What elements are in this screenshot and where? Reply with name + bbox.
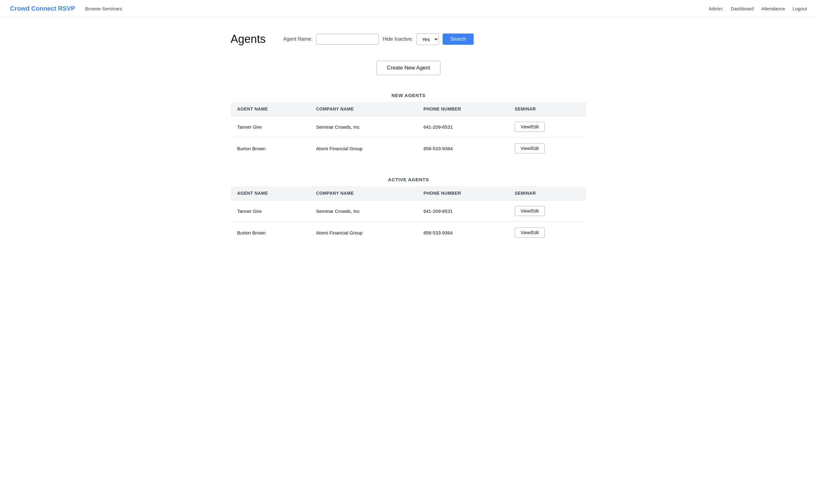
brand-name-plain: Crowd Connect (10, 5, 58, 12)
nav-right: Admin: Dashboard Attendance Logout (709, 6, 807, 11)
new-agents-section: NEW AGENTS AGENT NAME COMPANY NAME PHONE… (230, 93, 587, 159)
active-agents-header-row: AGENT NAME COMPANY NAME PHONE NUMBER SEM… (231, 186, 587, 200)
table-row: Burton Brown Atomi Financial Group 858-5… (231, 222, 587, 244)
seminar-action-cell: View/Edit (509, 116, 587, 138)
filter-row: Agent Name: Hide Inactive: Yes No Search (283, 33, 474, 45)
company-name-cell: Seminar Crowds, Inc (310, 200, 417, 222)
phone-number-cell: 858-533-9364 (417, 138, 509, 159)
dashboard-link[interactable]: Dashboard (731, 6, 754, 11)
logout-link[interactable]: Logout (793, 6, 807, 11)
page-title: Agents (230, 33, 266, 46)
new-agents-col-company-name: COMPANY NAME (310, 102, 417, 116)
new-agents-header-row: AGENT NAME COMPANY NAME PHONE NUMBER SEM… (231, 102, 587, 116)
agent-name-cell: Tanner Gire (231, 116, 310, 138)
new-agents-col-phone-number: PHONE NUMBER (417, 102, 509, 116)
main-content: Agents Agent Name: Hide Inactive: Yes No… (220, 18, 597, 276)
active-agents-section: ACTIVE AGENTS AGENT NAME COMPANY NAME PH… (230, 177, 587, 244)
active-agents-col-agent-name: AGENT NAME (231, 186, 310, 200)
table-row: Tanner Gire Seminar Crowds, Inc 641-209-… (231, 200, 587, 222)
active-agents-col-company-name: COMPANY NAME (310, 186, 417, 200)
table-row: Burton Brown Atomi Financial Group 858-5… (231, 138, 587, 159)
active-agents-col-seminar: SEMINAR (509, 186, 587, 200)
phone-number-cell: 858-533-9364 (417, 222, 509, 244)
search-button[interactable]: Search (443, 33, 474, 45)
seminar-action-cell: View/Edit (509, 138, 587, 159)
active-agents-table-head: AGENT NAME COMPANY NAME PHONE NUMBER SEM… (231, 186, 587, 200)
seminar-action-cell: View/Edit (509, 200, 587, 222)
brand-name-highlight: RSVP (58, 5, 75, 12)
new-agents-table-body: Tanner Gire Seminar Crowds, Inc 641-209-… (231, 116, 587, 159)
hide-inactive-label: Hide Inactive: (382, 36, 413, 42)
company-name-cell: Seminar Crowds, Inc (310, 116, 417, 138)
browse-seminars-link[interactable]: Browse Seminars (85, 6, 122, 11)
seminar-action-cell: View/Edit (509, 222, 587, 244)
agent-name-input[interactable] (316, 34, 379, 45)
create-new-agent-button[interactable]: Create New Agent (376, 61, 441, 75)
phone-number-cell: 641-209-6531 (417, 116, 509, 138)
admin-label: Admin: (709, 6, 723, 11)
brand-logo[interactable]: Crowd Connect RSVP (10, 5, 75, 12)
company-name-cell: Atomi Financial Group (310, 138, 417, 159)
new-agents-col-seminar: SEMINAR (509, 102, 587, 116)
view-edit-button[interactable]: View/Edit (515, 122, 545, 132)
active-agents-table: AGENT NAME COMPANY NAME PHONE NUMBER SEM… (230, 186, 587, 244)
agent-name-cell: Tanner Gire (231, 200, 310, 222)
view-edit-button[interactable]: View/Edit (515, 143, 545, 153)
header-row: Agents Agent Name: Hide Inactive: Yes No… (230, 33, 587, 46)
view-edit-button[interactable]: View/Edit (515, 206, 545, 216)
agent-name-label: Agent Name: (283, 36, 312, 42)
new-agents-col-agent-name: AGENT NAME (231, 102, 310, 116)
navbar: Crowd Connect RSVP Browse Seminars Admin… (0, 0, 817, 18)
table-row: Tanner Gire Seminar Crowds, Inc 641-209-… (231, 116, 587, 138)
active-agents-col-phone-number: PHONE NUMBER (417, 186, 509, 200)
new-agents-table-head: AGENT NAME COMPANY NAME PHONE NUMBER SEM… (231, 102, 587, 116)
agent-name-cell: Burton Brown (231, 222, 310, 244)
company-name-cell: Atomi Financial Group (310, 222, 417, 244)
active-agents-title: ACTIVE AGENTS (230, 177, 587, 182)
create-agent-section: Create New Agent (230, 61, 587, 75)
attendance-link[interactable]: Attendance (761, 6, 785, 11)
view-edit-button[interactable]: View/Edit (515, 228, 545, 238)
phone-number-cell: 641-209-6531 (417, 200, 509, 222)
new-agents-table: AGENT NAME COMPANY NAME PHONE NUMBER SEM… (230, 102, 587, 159)
agent-name-cell: Burton Brown (231, 138, 310, 159)
new-agents-title: NEW AGENTS (230, 93, 587, 98)
active-agents-table-body: Tanner Gire Seminar Crowds, Inc 641-209-… (231, 200, 587, 244)
hide-inactive-select[interactable]: Yes No (417, 33, 439, 45)
